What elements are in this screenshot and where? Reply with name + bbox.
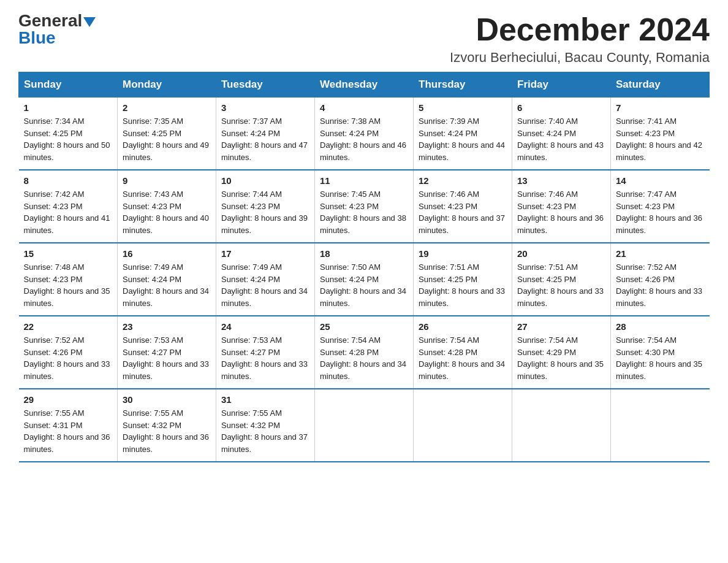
day-info: Sunrise: 7:49 AMSunset: 4:24 PMDaylight:… xyxy=(123,262,209,308)
calendar-cell: 25 Sunrise: 7:54 AMSunset: 4:28 PMDaylig… xyxy=(315,316,414,389)
day-number: 27 xyxy=(517,321,605,332)
calendar-cell xyxy=(315,389,414,462)
day-number: 29 xyxy=(24,394,113,405)
logo-text-line2: Blue xyxy=(18,29,56,47)
day-number: 4 xyxy=(320,102,408,113)
col-saturday: Saturday xyxy=(611,72,710,98)
logo-triangle-icon xyxy=(83,17,96,27)
calendar-cell: 4 Sunrise: 7:38 AMSunset: 4:24 PMDayligh… xyxy=(315,98,414,170)
calendar-cell: 17 Sunrise: 7:49 AMSunset: 4:24 PMDaylig… xyxy=(216,243,315,316)
day-info: Sunrise: 7:42 AMSunset: 4:23 PMDaylight:… xyxy=(24,190,110,235)
day-number: 14 xyxy=(616,175,705,186)
day-info: Sunrise: 7:51 AMSunset: 4:25 PMDaylight:… xyxy=(517,262,604,308)
day-number: 11 xyxy=(320,175,408,186)
day-info: Sunrise: 7:46 AMSunset: 4:23 PMDaylight:… xyxy=(419,190,505,235)
day-info: Sunrise: 7:40 AMSunset: 4:24 PMDaylight:… xyxy=(517,117,604,162)
calendar-cell: 9 Sunrise: 7:43 AMSunset: 4:23 PMDayligh… xyxy=(118,170,216,243)
day-info: Sunrise: 7:55 AMSunset: 4:32 PMDaylight:… xyxy=(123,408,209,454)
calendar-cell: 3 Sunrise: 7:37 AMSunset: 4:24 PMDayligh… xyxy=(216,98,315,170)
calendar-cell: 27 Sunrise: 7:54 AMSunset: 4:29 PMDaylig… xyxy=(512,316,611,389)
calendar-cell: 16 Sunrise: 7:49 AMSunset: 4:24 PMDaylig… xyxy=(118,243,216,316)
day-number: 3 xyxy=(221,102,309,113)
day-number: 22 xyxy=(24,321,113,332)
day-number: 21 xyxy=(616,248,705,259)
day-info: Sunrise: 7:55 AMSunset: 4:32 PMDaylight:… xyxy=(221,408,308,454)
calendar-cell: 21 Sunrise: 7:52 AMSunset: 4:26 PMDaylig… xyxy=(611,243,710,316)
calendar-cell xyxy=(512,389,611,462)
day-info: Sunrise: 7:48 AMSunset: 4:23 PMDaylight:… xyxy=(24,262,110,308)
calendar-cell: 29 Sunrise: 7:55 AMSunset: 4:31 PMDaylig… xyxy=(19,389,118,462)
calendar-body: 1 Sunrise: 7:34 AMSunset: 4:25 PMDayligh… xyxy=(19,98,710,462)
day-info: Sunrise: 7:39 AMSunset: 4:24 PMDaylight:… xyxy=(419,117,505,162)
day-info: Sunrise: 7:35 AMSunset: 4:25 PMDaylight:… xyxy=(123,117,209,162)
day-info: Sunrise: 7:43 AMSunset: 4:23 PMDaylight:… xyxy=(123,190,209,235)
location-title: Izvoru Berheciului, Bacau County, Romani… xyxy=(450,50,710,66)
day-number: 13 xyxy=(517,175,605,186)
day-number: 20 xyxy=(517,248,605,259)
day-info: Sunrise: 7:44 AMSunset: 4:23 PMDaylight:… xyxy=(221,190,308,235)
logo: General Blue xyxy=(18,12,96,47)
day-number: 1 xyxy=(24,102,113,113)
calendar-cell: 6 Sunrise: 7:40 AMSunset: 4:24 PMDayligh… xyxy=(512,98,611,170)
calendar-cell: 2 Sunrise: 7:35 AMSunset: 4:25 PMDayligh… xyxy=(118,98,216,170)
month-title: December 2024 xyxy=(450,12,710,47)
day-number: 2 xyxy=(123,102,211,113)
day-info: Sunrise: 7:51 AMSunset: 4:25 PMDaylight:… xyxy=(419,262,505,308)
day-info: Sunrise: 7:47 AMSunset: 4:23 PMDaylight:… xyxy=(616,190,702,235)
calendar-cell xyxy=(611,389,710,462)
day-number: 10 xyxy=(221,175,309,186)
day-number: 5 xyxy=(419,102,507,113)
calendar-cell: 12 Sunrise: 7:46 AMSunset: 4:23 PMDaylig… xyxy=(414,170,512,243)
day-number: 31 xyxy=(221,394,309,405)
day-info: Sunrise: 7:52 AMSunset: 4:26 PMDaylight:… xyxy=(616,262,702,308)
week-row-3: 15 Sunrise: 7:48 AMSunset: 4:23 PMDaylig… xyxy=(19,243,710,316)
day-number: 12 xyxy=(419,175,507,186)
day-number: 28 xyxy=(616,321,705,332)
day-info: Sunrise: 7:38 AMSunset: 4:24 PMDaylight:… xyxy=(320,117,406,162)
calendar-cell: 31 Sunrise: 7:55 AMSunset: 4:32 PMDaylig… xyxy=(216,389,315,462)
day-info: Sunrise: 7:46 AMSunset: 4:23 PMDaylight:… xyxy=(517,190,604,235)
page-header: General Blue December 2024 Izvoru Berhec… xyxy=(18,12,710,66)
day-number: 30 xyxy=(123,394,211,405)
day-number: 19 xyxy=(419,248,507,259)
col-tuesday: Tuesday xyxy=(216,72,315,98)
calendar-cell: 19 Sunrise: 7:51 AMSunset: 4:25 PMDaylig… xyxy=(414,243,512,316)
day-info: Sunrise: 7:45 AMSunset: 4:23 PMDaylight:… xyxy=(320,190,406,235)
calendar-cell: 20 Sunrise: 7:51 AMSunset: 4:25 PMDaylig… xyxy=(512,243,611,316)
day-info: Sunrise: 7:50 AMSunset: 4:24 PMDaylight:… xyxy=(320,262,406,308)
day-info: Sunrise: 7:37 AMSunset: 4:24 PMDaylight:… xyxy=(221,117,308,162)
day-number: 7 xyxy=(616,102,705,113)
calendar-cell: 30 Sunrise: 7:55 AMSunset: 4:32 PMDaylig… xyxy=(118,389,216,462)
header-row: Sunday Monday Tuesday Wednesday Thursday… xyxy=(19,72,710,98)
calendar-cell: 11 Sunrise: 7:45 AMSunset: 4:23 PMDaylig… xyxy=(315,170,414,243)
day-info: Sunrise: 7:54 AMSunset: 4:29 PMDaylight:… xyxy=(517,335,604,381)
day-info: Sunrise: 7:55 AMSunset: 4:31 PMDaylight:… xyxy=(24,408,110,454)
calendar-cell: 1 Sunrise: 7:34 AMSunset: 4:25 PMDayligh… xyxy=(19,98,118,170)
week-row-1: 1 Sunrise: 7:34 AMSunset: 4:25 PMDayligh… xyxy=(19,98,710,170)
col-thursday: Thursday xyxy=(414,72,512,98)
day-number: 16 xyxy=(123,248,211,259)
calendar-cell: 5 Sunrise: 7:39 AMSunset: 4:24 PMDayligh… xyxy=(414,98,512,170)
day-info: Sunrise: 7:54 AMSunset: 4:28 PMDaylight:… xyxy=(320,335,406,381)
day-number: 24 xyxy=(221,321,309,332)
week-row-5: 29 Sunrise: 7:55 AMSunset: 4:31 PMDaylig… xyxy=(19,389,710,462)
calendar-cell: 22 Sunrise: 7:52 AMSunset: 4:26 PMDaylig… xyxy=(19,316,118,389)
day-info: Sunrise: 7:41 AMSunset: 4:23 PMDaylight:… xyxy=(616,117,702,162)
calendar-cell: 26 Sunrise: 7:54 AMSunset: 4:28 PMDaylig… xyxy=(414,316,512,389)
calendar-cell: 8 Sunrise: 7:42 AMSunset: 4:23 PMDayligh… xyxy=(19,170,118,243)
day-number: 8 xyxy=(24,175,113,186)
calendar-cell: 28 Sunrise: 7:54 AMSunset: 4:30 PMDaylig… xyxy=(611,316,710,389)
calendar-cell: 14 Sunrise: 7:47 AMSunset: 4:23 PMDaylig… xyxy=(611,170,710,243)
day-number: 6 xyxy=(517,102,605,113)
day-info: Sunrise: 7:34 AMSunset: 4:25 PMDaylight:… xyxy=(24,117,110,162)
calendar-header: Sunday Monday Tuesday Wednesday Thursday… xyxy=(19,72,710,98)
logo-text-line1: General xyxy=(18,12,96,29)
day-number: 9 xyxy=(123,175,211,186)
col-friday: Friday xyxy=(512,72,611,98)
day-number: 26 xyxy=(419,321,507,332)
calendar-cell xyxy=(414,389,512,462)
calendar-cell: 15 Sunrise: 7:48 AMSunset: 4:23 PMDaylig… xyxy=(19,243,118,316)
day-info: Sunrise: 7:52 AMSunset: 4:26 PMDaylight:… xyxy=(24,335,110,381)
calendar-cell: 18 Sunrise: 7:50 AMSunset: 4:24 PMDaylig… xyxy=(315,243,414,316)
week-row-2: 8 Sunrise: 7:42 AMSunset: 4:23 PMDayligh… xyxy=(19,170,710,243)
